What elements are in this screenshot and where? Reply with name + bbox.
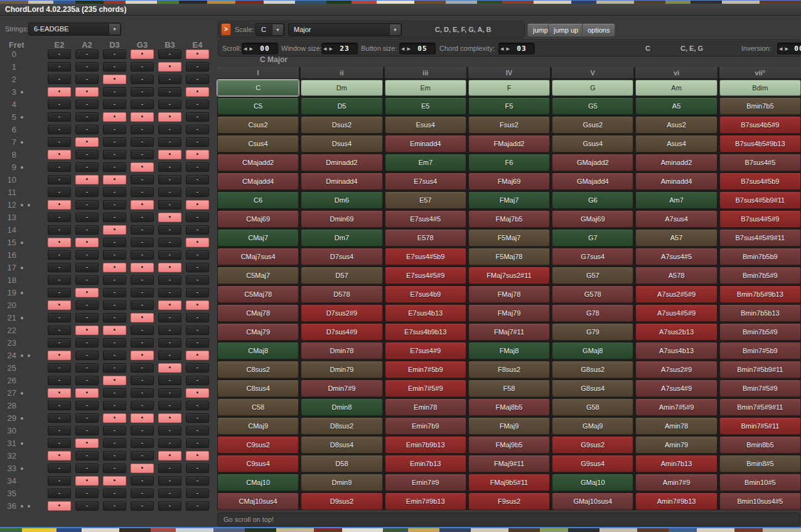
chord-button[interactable]: Bdim	[719, 80, 801, 96]
chord-button[interactable]: F5Maj78	[468, 248, 550, 265]
chord-button[interactable]: CMaj9	[217, 417, 299, 435]
options-button[interactable]: options	[582, 23, 615, 37]
chord-button[interactable]: Amin79	[635, 436, 717, 454]
chord-button[interactable]: GMaj69	[552, 210, 633, 228]
chord-button[interactable]: Dmin78	[301, 342, 382, 359]
chord-button[interactable]: D7sus2#9	[301, 304, 382, 322]
increment-arrow-icon[interactable]: ▶	[328, 43, 333, 54]
chord-button-selected[interactable]: C	[217, 80, 299, 96]
chord-button[interactable]: E7sus4#5b9	[385, 248, 466, 265]
chord-button[interactable]: A7sus4#5#9	[635, 304, 717, 322]
chord-button[interactable]: F5	[468, 97, 550, 115]
chord-button[interactable]: Csus2	[217, 116, 299, 134]
chord-button[interactable]: FMajadd2	[468, 135, 550, 152]
chevron-down-icon[interactable]: ▼	[389, 24, 400, 35]
chord-button[interactable]: G578	[552, 285, 633, 303]
chord-button[interactable]: C8sus4	[217, 380, 299, 397]
chord-button[interactable]: A7sus4#9	[635, 380, 717, 397]
chord-button[interactable]: D7sus4	[301, 248, 382, 265]
chord-button[interactable]: Bmin7b5#9	[719, 323, 801, 341]
chord-button[interactable]: G57	[552, 267, 633, 284]
chord-button[interactable]: FMaj69	[468, 173, 550, 190]
chord-button[interactable]: Asus4	[635, 135, 717, 152]
chord-button[interactable]: GMaj9	[552, 417, 633, 435]
window-size-spinner[interactable]: ◀ ▶ 23	[321, 43, 358, 55]
chord-button[interactable]: Bmin7#5b9#11	[719, 361, 801, 378]
chord-button[interactable]: B7sus4#5#9#11	[719, 229, 801, 247]
chord-button[interactable]: Gsus2	[552, 116, 633, 134]
chord-button[interactable]: GMaj10sus4	[552, 492, 633, 510]
chord-button[interactable]: Dm7	[301, 229, 382, 247]
decrement-arrow-icon[interactable]: ◀	[400, 43, 406, 54]
chord-button[interactable]: G7sus4	[552, 248, 633, 265]
chord-button[interactable]: A57	[635, 229, 717, 247]
strings-select[interactable]: 6-EADGBE ▼	[28, 23, 121, 36]
chord-button[interactable]: G9sus4	[552, 455, 633, 472]
chord-button[interactable]: FMaj9b5#11	[468, 474, 550, 491]
chord-button[interactable]: B7sus4#5b9	[719, 173, 801, 190]
chord-button[interactable]: CMaj7	[217, 229, 299, 247]
chord-button[interactable]: E7sus4b9b13	[385, 323, 466, 341]
chord-button[interactable]: FMaj7#11	[468, 323, 550, 341]
chord-button[interactable]: FMaj7b5	[468, 210, 550, 228]
chord-button[interactable]: Bmin7b5	[719, 97, 801, 115]
increment-arrow-icon[interactable]: ▶	[783, 43, 789, 54]
chord-button[interactable]: Amin7#5#9	[635, 398, 717, 416]
chord-button[interactable]: D8sus2	[301, 417, 382, 435]
chord-button[interactable]: C8sus2	[217, 361, 299, 378]
chord-button[interactable]: G79	[552, 323, 633, 341]
chord-button[interactable]: Bmin7#5b9	[719, 342, 801, 359]
chord-button[interactable]: Emin7#9	[385, 474, 466, 491]
chord-button[interactable]: Emin78	[385, 398, 466, 416]
chord-button[interactable]: Dm6	[301, 191, 382, 209]
chord-button[interactable]: Gsus4	[552, 135, 633, 152]
chord-button[interactable]: Bmin7#5#9	[719, 380, 801, 397]
chord-button[interactable]: Csus4	[217, 135, 299, 152]
chord-complexity-spinner[interactable]: ◀ ▶ 03	[498, 43, 535, 55]
chord-button[interactable]: CMaj7sus4	[217, 248, 299, 265]
chord-button[interactable]: Em7	[385, 154, 466, 171]
chevron-down-icon[interactable]: ▼	[109, 24, 120, 35]
decrement-arrow-icon[interactable]: ◀	[499, 43, 505, 54]
chord-button[interactable]: CMaj69	[217, 210, 299, 228]
chord-button[interactable]: CMaj8	[217, 342, 299, 359]
run-button[interactable]: >	[221, 23, 231, 36]
chord-button[interactable]: E578	[385, 229, 466, 247]
chord-button[interactable]: GMaj8	[552, 342, 633, 359]
chord-button[interactable]: GMajadd2	[552, 154, 633, 171]
chord-button[interactable]: A7sus4	[635, 210, 717, 228]
chord-button[interactable]: FMaj7	[468, 191, 550, 209]
chord-button[interactable]: C5	[217, 97, 299, 115]
decrement-arrow-icon[interactable]: ◀	[242, 43, 248, 54]
chord-button[interactable]: G6	[552, 191, 633, 209]
increment-arrow-icon[interactable]: ▶	[505, 43, 510, 54]
chord-button[interactable]: Dminadd2	[301, 154, 382, 171]
chord-button[interactable]: Dmin79	[301, 361, 382, 378]
chord-button[interactable]: E7sus4#5	[385, 210, 466, 228]
chord-button[interactable]: Bmin8b5	[719, 436, 801, 454]
chord-button[interactable]: CMaj78	[217, 304, 299, 322]
chord-button[interactable]: Emin7b13	[385, 455, 466, 472]
chord-button[interactable]: Am	[635, 80, 717, 96]
chord-button[interactable]: Bmin7#5#11	[719, 417, 801, 435]
chord-button[interactable]: Amin78	[635, 417, 717, 435]
chord-button[interactable]: Bmin10sus4#5	[719, 492, 801, 510]
chord-button[interactable]: G58	[552, 398, 633, 416]
chord-button[interactable]: Dmin7#9	[301, 380, 382, 397]
chord-button[interactable]: E7sus4#9	[385, 342, 466, 359]
chord-button[interactable]: FMaj9	[468, 417, 550, 435]
chord-button[interactable]: D9sus2	[301, 492, 382, 510]
chord-button[interactable]: Asus2	[635, 116, 717, 134]
chord-button[interactable]: D578	[301, 285, 382, 303]
chord-button[interactable]: FMaj79	[468, 304, 550, 322]
chord-button[interactable]: Fsus2	[468, 116, 550, 134]
chord-button[interactable]: E7sus4b13	[385, 304, 466, 322]
chord-button[interactable]: B7sus4#5b9#11	[719, 191, 801, 209]
chord-button[interactable]: B7sus4b5#9	[719, 116, 801, 134]
chord-button[interactable]: B7sus4#5	[719, 154, 801, 171]
chord-button[interactable]: Emin7b9	[385, 417, 466, 435]
jump-up-button[interactable]: jump up	[548, 23, 584, 37]
chord-button[interactable]: Dmin69	[301, 210, 382, 228]
chord-button[interactable]: Bmin7b5#9b13	[719, 285, 801, 303]
increment-arrow-icon[interactable]: ▶	[406, 43, 411, 54]
